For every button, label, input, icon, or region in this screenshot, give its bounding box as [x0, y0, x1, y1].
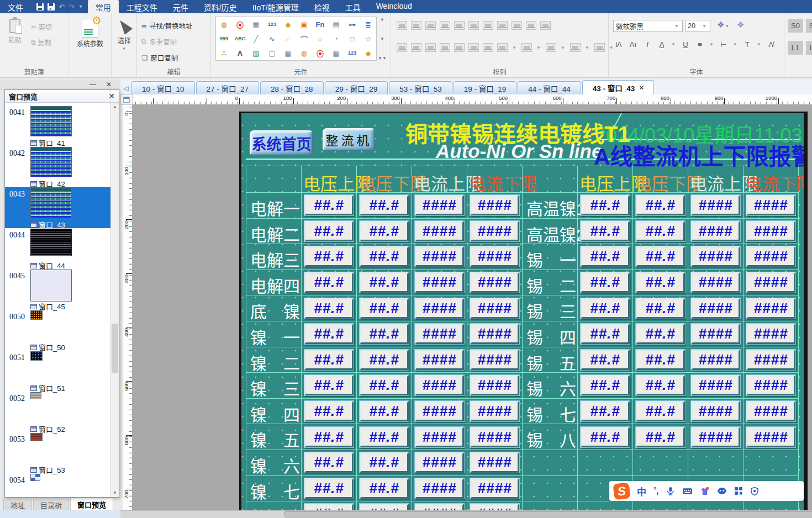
arrange-order-icon-9[interactable] [546, 43, 556, 52]
numeric-display[interactable]: ##.# [304, 195, 354, 215]
copy-button[interactable]: ⧉ 复制 [31, 38, 51, 47]
bulb2-icon[interactable]: ◍ [296, 46, 312, 60]
preview-item-0052[interactable]: 0052窗口_52 [5, 392, 110, 432]
numeric-display[interactable]: ##.# [636, 246, 685, 267]
numeric-display[interactable]: #### [415, 350, 464, 370]
save-icon[interactable] [36, 3, 44, 10]
numeric-display[interactable]: ##.# [581, 298, 630, 319]
font-size-select[interactable]: 20 ▼ [685, 20, 710, 32]
window-preview-close-icon[interactable]: ✕ [108, 92, 115, 101]
numeric-display[interactable]: #### [415, 375, 464, 395]
numeric-123-icon[interactable]: 123 [264, 17, 280, 31]
numeric-display[interactable]: #### [691, 350, 740, 370]
language-button-L2[interactable]: L2 [806, 41, 812, 55]
arrange-order-icon-caret-icon[interactable]: ▼ [561, 45, 565, 50]
numeric-display[interactable]: #### [470, 478, 519, 499]
arrange-align-icon-5[interactable] [468, 21, 479, 30]
traffic2-icon[interactable]: ⦿ [312, 46, 328, 60]
row-label[interactable]: 电解四 [250, 273, 300, 297]
skin-icon[interactable] [700, 487, 710, 496]
numeric-display[interactable]: #### [691, 324, 740, 344]
numeric-display[interactable]: ##.# [360, 246, 409, 267]
row-label[interactable]: 镍 六 [250, 453, 300, 477]
numeric-display[interactable]: ##.# [304, 350, 354, 370]
numeric-display[interactable]: ##.# [360, 195, 409, 215]
preview-item-0041[interactable]: 0041窗口_41 [5, 105, 110, 146]
numeric-display[interactable]: ##.# [581, 221, 630, 241]
numeric-display[interactable]: ##.# [304, 221, 354, 241]
panel-minimize-icon[interactable]: — [89, 81, 96, 88]
arrange-order-icon-6[interactable] [483, 43, 493, 52]
star-icon[interactable]: ☆ [360, 31, 376, 46]
panel-close-icon[interactable]: ✕ [106, 81, 112, 88]
sogou-logo[interactable]: S [613, 482, 631, 500]
multi-copy-button[interactable]: ⧉ 多重复制 [141, 36, 177, 47]
arrange-order-icon-1[interactable] [411, 43, 421, 52]
numeric-display[interactable]: ##.# [360, 324, 409, 344]
numeric-display[interactable]: #### [746, 427, 795, 447]
row-label[interactable]: 镍 八 [250, 504, 300, 510]
language-button-L1[interactable]: L1 [788, 41, 803, 55]
numeric-display[interactable]: #### [470, 452, 519, 473]
row-label[interactable]: 电解三 [250, 247, 300, 271]
numeric-display[interactable]: ##.# [304, 427, 354, 447]
arrange-align-icon-10[interactable] [540, 21, 551, 30]
quick-access-caret-icon[interactable]: ▼ [78, 4, 83, 9]
punctuation-icon[interactable]: ’, [653, 485, 658, 496]
hscroll-thumb[interactable] [284, 511, 812, 517]
arrange-order-icon-caret-icon[interactable]: ▼ [512, 45, 516, 50]
window-preview-titlebar[interactable]: 窗口预览 ✕ [5, 90, 119, 103]
font-color-icon-caret[interactable]: ▼ [671, 42, 676, 47]
microphone-icon[interactable] [666, 487, 675, 496]
numeric-display[interactable]: ##.# [360, 452, 409, 473]
numeric-display[interactable]: #### [746, 246, 795, 267]
row-label[interactable]: 电解一 [250, 195, 300, 220]
file-menu-button[interactable]: 文件 [0, 0, 32, 13]
ribbon-tab-工程文件[interactable]: 工程文件 [119, 0, 165, 13]
arrange-order-icon-caret-icon[interactable]: ▼ [585, 45, 589, 50]
arrange-order-icon-4[interactable] [454, 43, 465, 52]
style-copy-icon[interactable]: ❖▼ [717, 20, 730, 30]
numeric-display[interactable]: #### [470, 324, 519, 344]
halign-icon[interactable]: ⊢ [718, 40, 729, 49]
numeric-999-icon[interactable]: 999 [216, 31, 232, 46]
numeric-display[interactable]: ##.# [304, 246, 354, 267]
canvas-horizontal-scrollbar[interactable] [120, 510, 812, 518]
numeric-display[interactable]: ##.# [636, 324, 685, 344]
numeric-display[interactable]: #### [691, 401, 740, 421]
preview-item-0045[interactable]: 0045窗口_45 [5, 269, 110, 310]
numeric-display[interactable]: ##.# [636, 350, 685, 370]
window-copy-button[interactable]: ❏ 窗口复制 [141, 52, 178, 63]
style-paste-icon[interactable]: ❖ [737, 20, 744, 30]
valign-icon[interactable]: T [742, 40, 753, 49]
numeric-display[interactable]: ##.# [360, 504, 409, 510]
numeric-display[interactable]: ##.# [636, 272, 685, 293]
numeric-display[interactable]: ##.# [304, 401, 354, 421]
numeric-display[interactable]: #### [691, 246, 740, 267]
numeric-display[interactable]: #### [415, 427, 464, 447]
align-icon-caret[interactable]: ▼ [709, 42, 714, 47]
tab-close-icon[interactable]: × [639, 83, 644, 92]
hmi-window-canvas[interactable]: 系统首页 整流机 2024/03/10星期日11:03:45 铜带镍锡连续电镀线… [239, 112, 808, 510]
chinese-mode-icon[interactable]: 中 [637, 484, 646, 498]
numeric-display[interactable]: #### [746, 195, 795, 215]
arrange-align-icon-7[interactable] [497, 21, 508, 30]
numeric-display[interactable]: #### [415, 504, 464, 510]
row-label[interactable]: 高温镍1 [526, 195, 586, 220]
row-label[interactable]: 锡 八 [526, 427, 576, 451]
emoji-icon[interactable] [717, 487, 727, 495]
select-caret-icon[interactable]: ▼ [114, 46, 134, 51]
row-label[interactable]: 电解二 [250, 221, 300, 246]
arrange-order-icon-7[interactable] [497, 43, 508, 52]
scroll-down-icon[interactable]: ▼ [111, 489, 119, 497]
arrange-order-icon-11[interactable] [594, 43, 605, 52]
document-tab-53[interactable]: 53 - 窗口_53 [389, 81, 452, 94]
ribbon-tab-资料/历史[interactable]: 资料/历史 [196, 0, 245, 13]
text-icon[interactable]: A [232, 46, 248, 60]
circle-icon[interactable]: ○ [312, 31, 328, 46]
preview-item-0044[interactable]: 0044窗口_44 [5, 228, 110, 269]
palette-scroll-up-icon[interactable]: ▲ [380, 17, 384, 22]
system-parameters-button[interactable]: ⚙ 系统参数 [73, 19, 107, 48]
ribbon-tab-IIoT/能源管理[interactable]: IIoT/能源管理 [245, 0, 307, 13]
undo-icon[interactable]: ↶ [59, 3, 65, 10]
